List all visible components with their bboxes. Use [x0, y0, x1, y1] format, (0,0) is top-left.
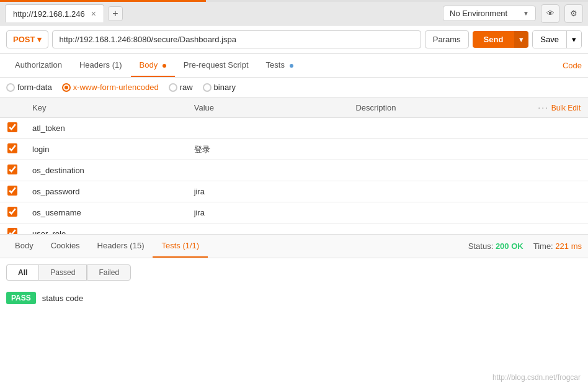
radio-raw-circle: [169, 83, 177, 92]
table-row: login 登录: [0, 139, 588, 160]
filter-failed-button[interactable]: Failed: [87, 264, 131, 281]
method-label: POST: [13, 35, 35, 44]
filter-passed-button[interactable]: Passed: [38, 264, 87, 281]
row-checkbox[interactable]: [7, 122, 17, 132]
bulk-edit-dots[interactable]: ···: [538, 102, 549, 112]
url-bar: POST ▾ Params Send ▾ Save ▾: [0, 25, 588, 54]
row-checkbox[interactable]: [7, 165, 17, 174]
eye-icon: 👁: [546, 9, 555, 18]
tests-dot-indicator: [290, 64, 293, 68]
tab-headers[interactable]: Headers (1): [71, 54, 131, 77]
browser-tab[interactable]: http://192.168.1.246 ×: [5, 4, 104, 22]
environment-selector[interactable]: No Environment ▼: [443, 6, 536, 21]
filter-all-button[interactable]: All: [6, 264, 38, 281]
col-header-checkbox: [0, 97, 25, 118]
eye-icon-button[interactable]: 👁: [541, 4, 559, 23]
row-action-cell: [510, 139, 588, 160]
tab-pre-request[interactable]: Pre-request Script: [175, 54, 257, 77]
table-row: os_destination: [0, 160, 588, 181]
row-checkbox-cell[interactable]: [0, 118, 25, 139]
params-button[interactable]: Params: [425, 30, 469, 48]
row-checkbox-cell[interactable]: [0, 160, 25, 181]
row-checkbox-cell[interactable]: [0, 181, 25, 202]
progress-bar: [0, 0, 588, 2]
pass-badge: PASS: [6, 292, 36, 304]
status-label: Status: 200 OK: [468, 241, 523, 251]
params-table: Key Value Description ··· Bulk Edit atl_…: [0, 97, 588, 234]
tab-tests[interactable]: Tests: [257, 54, 302, 77]
new-tab-button[interactable]: +: [108, 6, 123, 21]
row-value-cell: jira: [187, 181, 349, 202]
table-row: os_password jira: [0, 181, 588, 202]
body-dot-indicator: [163, 64, 166, 68]
response-time: 221 ms: [555, 241, 582, 251]
row-action-cell: [510, 223, 588, 235]
row-value-cell: [187, 118, 349, 139]
row-checkbox[interactable]: [7, 207, 17, 217]
table-row: user_role: [0, 223, 588, 235]
row-value-cell: [187, 160, 349, 181]
col-header-actions: ··· Bulk Edit: [510, 97, 588, 118]
radio-binary-circle: [203, 83, 212, 92]
time-label: Time: 221 ms: [533, 241, 582, 251]
bulk-edit-button[interactable]: Bulk Edit: [551, 104, 581, 112]
params-table-wrapper: Key Value Description ··· Bulk Edit atl_…: [0, 97, 588, 234]
code-link[interactable]: Code: [563, 61, 582, 70]
radio-form-data-label: form-data: [17, 83, 52, 92]
resp-tab-body[interactable]: Body: [6, 235, 42, 258]
row-checkbox-cell[interactable]: [0, 202, 25, 223]
response-tabs: Body Cookies Headers (15) Tests (1/1) St…: [0, 234, 588, 258]
radio-binary[interactable]: binary: [203, 83, 236, 92]
status-code: 200 OK: [496, 241, 523, 251]
method-chevron-icon: ▾: [37, 35, 42, 44]
tab-close-icon[interactable]: ×: [91, 9, 96, 19]
save-dropdown-button[interactable]: ▾: [566, 31, 581, 48]
radio-urlencoded-inner: [65, 86, 68, 89]
tab-bar: http://192.168.1.246 × + No Environment …: [0, 2, 588, 25]
resp-tab-cookies[interactable]: Cookies: [42, 235, 89, 258]
test-description: status code: [42, 294, 84, 303]
row-desc-cell: [348, 181, 510, 202]
save-button-group: Save ▾: [532, 30, 582, 48]
row-checkbox[interactable]: [7, 143, 17, 153]
row-key-cell: atl_token: [25, 118, 187, 139]
environment-chevron-icon: ▼: [523, 10, 529, 17]
row-checkbox[interactable]: [7, 228, 17, 234]
response-status: Status: 200 OK Time: 221 ms: [468, 241, 582, 251]
col-header-value: Value: [187, 97, 349, 118]
top-right-actions: No Environment ▼ 👁 ⚙: [443, 4, 583, 23]
row-desc-cell: [348, 223, 510, 235]
radio-raw[interactable]: raw: [169, 83, 193, 92]
resp-tab-tests[interactable]: Tests (1/1): [153, 235, 208, 258]
row-value-cell: 登录: [187, 139, 349, 160]
row-desc-cell: [348, 202, 510, 223]
row-desc-cell: [348, 160, 510, 181]
col-header-key: Key: [25, 97, 187, 118]
tab-body[interactable]: Body: [131, 54, 175, 77]
radio-binary-label: binary: [214, 83, 236, 92]
radio-urlencoded[interactable]: x-www-form-urlencoded: [62, 83, 159, 92]
send-button-group: Send ▾: [473, 31, 529, 48]
request-tabs: Authorization Headers (1) Body Pre-reque…: [0, 54, 588, 78]
row-checkbox-cell[interactable]: [0, 139, 25, 160]
send-dropdown-button[interactable]: ▾: [514, 31, 528, 48]
url-input[interactable]: [52, 30, 421, 48]
row-desc-cell: [348, 118, 510, 139]
tab-authorization[interactable]: Authorization: [6, 54, 71, 77]
radio-urlencoded-circle: [62, 83, 71, 92]
row-checkbox[interactable]: [7, 186, 17, 196]
save-button[interactable]: Save: [533, 31, 566, 48]
row-desc-cell: [348, 139, 510, 160]
row-action-cell: [510, 181, 588, 202]
row-action-cell: [510, 160, 588, 181]
method-select[interactable]: POST ▾: [6, 30, 48, 48]
row-action-cell: [510, 202, 588, 223]
test-results: PASS status code: [0, 287, 588, 309]
body-type-selector: form-data x-www-form-urlencoded raw bina…: [0, 78, 588, 97]
send-button[interactable]: Send: [473, 31, 515, 48]
row-checkbox-cell[interactable]: [0, 223, 25, 235]
radio-form-data[interactable]: form-data: [6, 83, 52, 92]
settings-icon-button[interactable]: ⚙: [564, 4, 583, 23]
environment-label: No Environment: [450, 9, 507, 18]
resp-tab-headers[interactable]: Headers (15): [89, 235, 153, 258]
